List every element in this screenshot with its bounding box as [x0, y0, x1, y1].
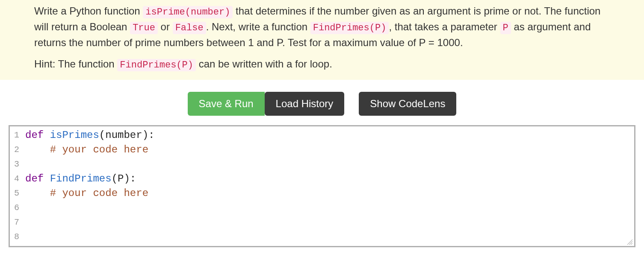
code-isprime: isPrime(number) [143, 6, 233, 18]
load-history-button[interactable]: Load History [265, 92, 345, 116]
code-line[interactable]: def FindPrimes(P): [25, 172, 631, 186]
line-number-gutter: 12345678 [10, 126, 22, 246]
line-number: 4 [14, 172, 19, 186]
instr-text: Write a Python function [34, 5, 143, 17]
instr-text: Hint: The function [34, 58, 117, 70]
code-line[interactable]: def isPrimes(number): [25, 128, 631, 143]
code-line[interactable] [25, 157, 631, 172]
code-line[interactable]: # your code here [25, 143, 631, 157]
instruction-paragraph-1: Write a Python function isPrime(number) … [34, 3, 610, 50]
line-number: 7 [14, 215, 19, 230]
code-editor[interactable]: 12345678 def isPrimes(number): # your co… [9, 125, 635, 247]
line-number: 6 [14, 201, 19, 215]
line-number: 3 [14, 157, 19, 172]
show-codelens-button[interactable]: Show CodeLens [359, 92, 456, 116]
instruction-panel: Write a Python function isPrime(number) … [0, 0, 644, 80]
instr-text: , that takes a parameter [389, 21, 500, 32]
code-area[interactable]: def isPrimes(number): # your code here d… [22, 126, 634, 246]
line-number: 5 [14, 186, 19, 201]
code-findprimes-hint: FindPrimes(P) [117, 59, 196, 71]
button-group: Save & Run Load History [188, 92, 345, 116]
code-line[interactable] [25, 201, 631, 215]
instruction-paragraph-2: Hint: The function FindPrimes(P) can be … [34, 56, 610, 72]
toolbar: Save & Run Load History Show CodeLens [0, 80, 644, 125]
line-number: 8 [14, 230, 19, 244]
code-findprimes: FindPrimes(P) [310, 22, 389, 34]
code-true: True [130, 22, 158, 34]
resize-handle-icon[interactable] [627, 239, 633, 245]
instr-text: can be written with a for loop. [196, 58, 332, 70]
line-number: 2 [14, 143, 19, 157]
instr-text: . Next, write a function [206, 21, 310, 32]
instr-text: or [158, 21, 173, 32]
code-p: P [500, 22, 511, 34]
code-line[interactable]: # your code here [25, 186, 631, 201]
save-run-button[interactable]: Save & Run [188, 92, 265, 116]
code-false: False [173, 22, 206, 34]
code-line[interactable] [25, 230, 631, 244]
line-number: 1 [14, 128, 19, 143]
code-line[interactable] [25, 215, 631, 230]
